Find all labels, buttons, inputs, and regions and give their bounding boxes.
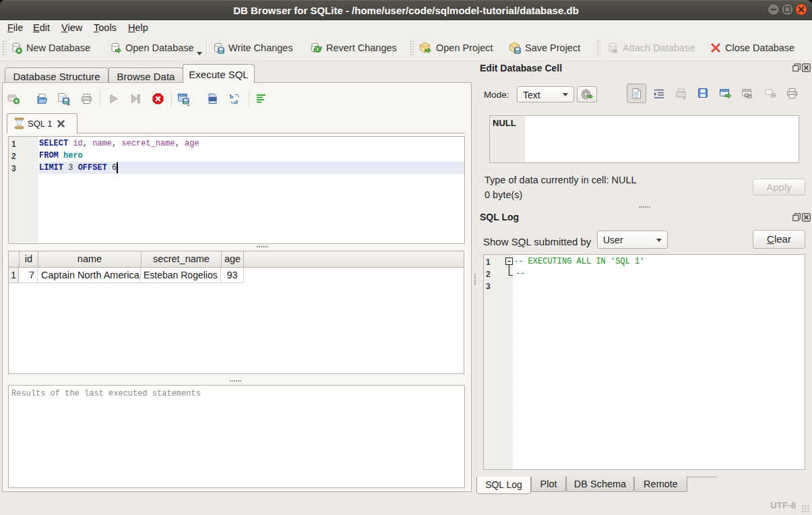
svg-text:a: a bbox=[235, 98, 238, 105]
svg-text:b: b bbox=[230, 93, 233, 100]
